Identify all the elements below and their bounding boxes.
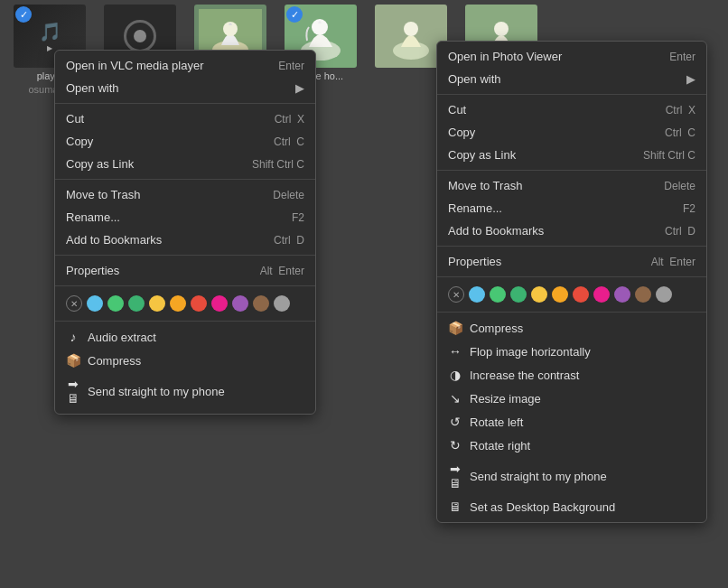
- color-tag-orange-right[interactable]: [552, 286, 568, 303]
- color-tag-gray-right[interactable]: [656, 286, 672, 303]
- submenu-arrow-left: ▶: [295, 81, 304, 95]
- color-tag-gray-left[interactable]: [274, 295, 290, 312]
- color-tag-clear-right[interactable]: ✕: [448, 286, 464, 303]
- color-tag-brown-left[interactable]: [253, 295, 269, 312]
- thumb-check-1: ✓: [15, 6, 32, 23]
- music-icon-left: ♪: [66, 330, 80, 344]
- desktop-background: ✓ 🎵 ▶ playin osumanis: [0, 0, 728, 588]
- desktop-icon: 🖥: [448, 499, 462, 514]
- menu-send-phone-right[interactable]: ➡🖥 Send straight to my phone: [437, 457, 706, 495]
- submenu-arrow-right: ▶: [686, 72, 695, 86]
- color-tag-red-left[interactable]: [191, 295, 207, 312]
- rotate-left-icon: ↺: [448, 415, 462, 429]
- color-tag-purple-right[interactable]: [614, 286, 630, 303]
- color-tags-left: ✕: [55, 290, 315, 317]
- thumb-check-4: ✓: [286, 6, 303, 23]
- menu-copy-link-right[interactable]: Copy as Link Shift Ctrl C: [437, 144, 706, 166]
- color-tag-pink-left[interactable]: [211, 295, 228, 312]
- sep-5-right: [437, 312, 706, 313]
- menu-resize-image[interactable]: ↘ Resize image: [437, 387, 706, 410]
- menu-compress-right[interactable]: 📦 Compress: [437, 316, 706, 340]
- left-context-menu: Open in VLC media player Enter Open with…: [54, 50, 316, 415]
- color-tag-red-right[interactable]: [573, 286, 589, 303]
- compress-icon-right: 📦: [448, 321, 462, 335]
- sep-4-right: [437, 276, 706, 277]
- sep-1-right: [437, 94, 706, 95]
- phone-icon-left: ➡🖥: [66, 377, 80, 406]
- menu-trash-left[interactable]: Move to Trash Delete: [55, 183, 315, 206]
- sep-1-left: [55, 103, 315, 104]
- color-tags-right: ✕: [437, 281, 706, 308]
- flop-icon: ↔: [448, 344, 462, 359]
- menu-properties-left[interactable]: Properties Alt Enter: [55, 259, 315, 282]
- menu-copy-right[interactable]: Copy Ctrl C: [437, 121, 706, 144]
- phone-icon-right: ➡🖥: [448, 462, 462, 490]
- color-tag-blue-right[interactable]: [469, 286, 485, 303]
- menu-rename-left[interactable]: Rename... F2: [55, 206, 315, 229]
- menu-rotate-left[interactable]: ↺ Rotate left: [437, 410, 706, 434]
- menu-trash-right[interactable]: Move to Trash Delete: [437, 174, 706, 197]
- sep-2-right: [437, 170, 706, 171]
- rotate-right-icon: ↻: [448, 438, 462, 453]
- menu-open-with-left[interactable]: Open with ▶: [55, 77, 315, 99]
- menu-copy-link-left[interactable]: Copy as Link Shift Ctrl C: [55, 153, 315, 175]
- sep-2-left: [55, 179, 315, 180]
- color-tag-blue-left[interactable]: [87, 295, 103, 312]
- contrast-icon: ◑: [448, 368, 462, 382]
- menu-cut-left[interactable]: Cut Ctrl X: [55, 107, 315, 130]
- color-tag-purple-left[interactable]: [232, 295, 248, 312]
- color-tag-yellow-left[interactable]: [149, 295, 165, 312]
- menu-bookmarks-right[interactable]: Add to Bookmarks Ctrl D: [437, 219, 706, 242]
- menu-compress-left[interactable]: 📦 Compress: [55, 349, 315, 372]
- sep-4-left: [55, 285, 315, 286]
- color-tag-clear-left[interactable]: ✕: [66, 295, 82, 312]
- menu-open-photo[interactable]: Open in Photo Viewer Enter: [437, 45, 706, 68]
- menu-copy-left[interactable]: Copy Ctrl C: [55, 130, 315, 153]
- svg-point-11: [494, 22, 509, 36]
- resize-icon: ↘: [448, 391, 462, 406]
- right-context-menu: Open in Photo Viewer Enter Open with ▶ C…: [436, 41, 707, 523]
- menu-properties-right[interactable]: Properties Alt Enter: [437, 250, 706, 273]
- color-tag-orange-left[interactable]: [170, 295, 186, 312]
- sep-3-left: [55, 255, 315, 256]
- color-tag-teal-right[interactable]: [490, 286, 506, 303]
- color-tag-green-right[interactable]: [510, 286, 527, 303]
- menu-bookmarks-left[interactable]: Add to Bookmarks Ctrl D: [55, 229, 315, 251]
- color-tag-green-left[interactable]: [128, 295, 145, 312]
- menu-rename-right[interactable]: Rename... F2: [437, 197, 706, 219]
- menu-audio-extract[interactable]: ♪ Audio extract: [55, 325, 315, 349]
- menu-cut-right[interactable]: Cut Ctrl X: [437, 98, 706, 121]
- menu-flop-horizontal[interactable]: ↔ Flop image horizontally: [437, 340, 706, 363]
- menu-increase-contrast[interactable]: ◑ Increase the contrast: [437, 363, 706, 387]
- menu-set-desktop[interactable]: 🖥 Set as Desktop Background: [437, 495, 706, 518]
- color-tag-brown-right[interactable]: [635, 286, 651, 303]
- color-tag-pink-right[interactable]: [593, 286, 610, 303]
- menu-open-vlc[interactable]: Open in VLC media player Enter: [55, 54, 315, 77]
- color-tag-teal-left[interactable]: [107, 295, 124, 312]
- sep-5-left: [55, 321, 315, 322]
- menu-send-phone-left[interactable]: ➡🖥 Send straight to my phone: [55, 372, 315, 410]
- menu-rotate-right[interactable]: ↻ Rotate right: [437, 434, 706, 457]
- sep-3-right: [437, 246, 706, 247]
- menu-open-with-right[interactable]: Open with ▶: [437, 68, 706, 90]
- svg-point-8: [404, 22, 418, 36]
- compress-icon-left: 📦: [66, 353, 80, 368]
- color-tag-yellow-right[interactable]: [531, 286, 547, 303]
